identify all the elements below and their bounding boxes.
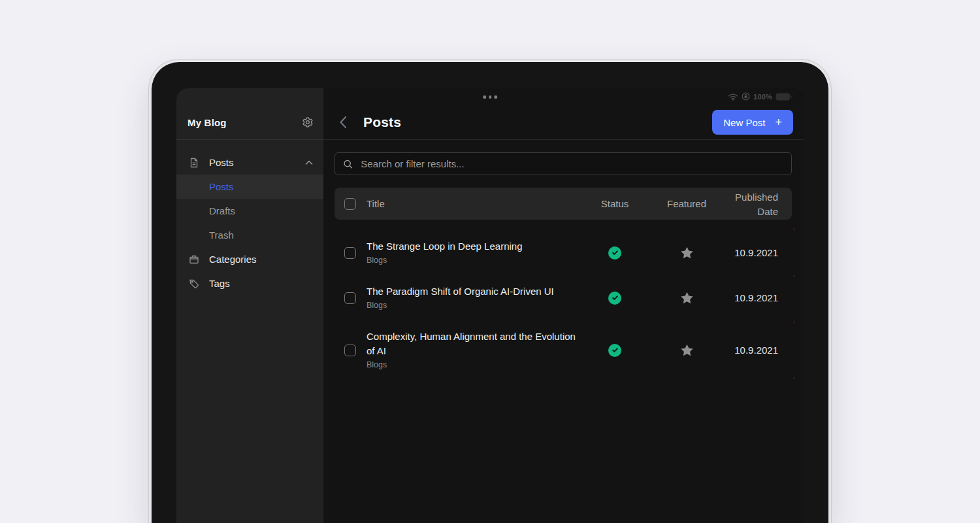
sidebar-item-categories[interactable]: Categories (176, 247, 323, 271)
battery-icon (776, 93, 792, 101)
swipe-hint-icon (792, 226, 795, 233)
status-bar: 100% (176, 88, 804, 105)
post-category: Blogs (367, 254, 576, 266)
featured-star-icon[interactable] (679, 246, 694, 260)
column-published-date: Published Date (719, 189, 792, 219)
document-icon (188, 157, 199, 168)
sidebar: My Blog Posts (176, 88, 323, 523)
battery-percent: 100% (753, 93, 772, 101)
row-checkbox[interactable] (344, 247, 356, 259)
table-row[interactable]: Complexity, Human Alignment and the Evol… (335, 320, 792, 380)
row-checkbox[interactable] (344, 345, 356, 356)
table-body: The Strange Loop in Deep Learning Blogs … (335, 230, 792, 380)
swipe-hint-icon (792, 374, 795, 381)
new-post-button[interactable]: New Post + (712, 110, 793, 135)
status-published-icon (608, 292, 621, 305)
wifi-icon (728, 93, 738, 101)
column-status: Status (576, 198, 654, 209)
column-featured: Featured (654, 198, 719, 209)
post-title: The Strange Loop in Deep Learning (367, 239, 576, 254)
table-row[interactable]: The Strange Loop in Deep Learning Blogs … (335, 230, 792, 275)
sidebar-subitem-drafts[interactable]: Drafts (176, 199, 323, 223)
featured-star-icon[interactable] (679, 291, 694, 305)
multitask-dots-icon[interactable] (483, 95, 497, 99)
main-panel: Posts New Post + Title Status Fe (323, 88, 804, 523)
sidebar-item-label: Posts (209, 157, 234, 168)
gear-icon[interactable] (302, 116, 314, 128)
sidebar-nav: Posts Posts Drafts Trash (176, 140, 323, 295)
published-date: 10.9.2021 (719, 247, 792, 258)
swipe-hint-icon (792, 318, 795, 326)
sidebar-subitem-trash[interactable]: Trash (176, 223, 323, 247)
sidebar-subitem-posts[interactable]: Posts (176, 175, 323, 199)
sidebar-item-posts[interactable]: Posts (176, 150, 323, 175)
sidebar-item-tags[interactable]: Tags (176, 271, 323, 295)
published-date: 10.9.2021 (719, 345, 792, 356)
orientation-lock-icon (742, 92, 750, 101)
search-bar (335, 152, 792, 175)
tag-icon (188, 278, 199, 289)
sidebar-header: My Blog (176, 105, 323, 140)
chevron-left-icon[interactable] (339, 116, 347, 129)
column-title: Title (367, 198, 576, 209)
post-category: Blogs (367, 299, 576, 311)
chevron-up-icon[interactable] (305, 160, 313, 165)
sidebar-subitem-label: Drafts (209, 205, 235, 216)
select-all-checkbox[interactable] (344, 198, 356, 210)
post-category: Blogs (367, 359, 576, 371)
status-published-icon (608, 246, 621, 260)
plus-icon: + (775, 116, 782, 128)
table-header: Title Status Featured Published Date (335, 188, 792, 220)
page-header: Posts New Post + (323, 105, 804, 140)
table-row[interactable]: The Paradigm Shift of Organic AI-Driven … (335, 275, 792, 320)
status-indicators: 100% (728, 92, 792, 101)
sidebar-item-label: Categories (209, 254, 257, 265)
row-checkbox[interactable] (344, 292, 356, 304)
published-date: 10.9.2021 (719, 292, 792, 303)
featured-star-icon[interactable] (679, 343, 694, 358)
new-post-label: New Post (723, 117, 765, 128)
search-input[interactable] (359, 158, 783, 170)
posts-content: Title Status Featured Published Date The… (323, 140, 804, 380)
folder-icon (188, 254, 199, 265)
sidebar-subitem-label: Posts (209, 181, 234, 192)
sidebar-subitem-label: Trash (209, 229, 234, 241)
tablet-device-frame: 100% My Blog (152, 62, 828, 523)
search-icon (343, 159, 353, 169)
post-title: Complexity, Human Alignment and the Evol… (367, 329, 576, 358)
post-title: The Paradigm Shift of Organic AI-Driven … (367, 284, 576, 299)
sidebar-item-label: Tags (209, 278, 230, 289)
swipe-hint-icon (792, 272, 795, 279)
status-published-icon (608, 344, 621, 357)
blog-title: My Blog (188, 117, 227, 128)
app-screen: 100% My Blog (176, 88, 804, 523)
page-title: Posts (363, 114, 401, 130)
